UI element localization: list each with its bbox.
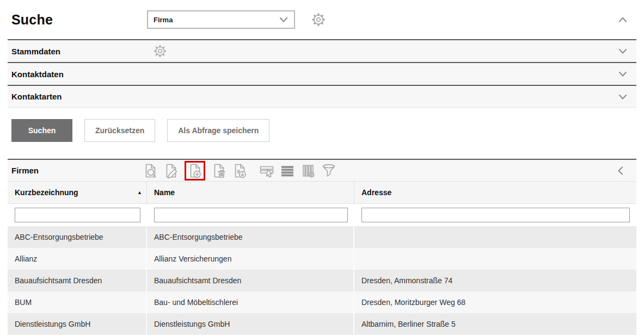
add-document-highlight — [185, 161, 205, 181]
filter-row — [8, 204, 636, 226]
results-bar: Firmen — [8, 159, 636, 182]
search-button[interactable]: Suchen — [11, 119, 72, 142]
filter-icon[interactable] — [321, 163, 337, 179]
section-kontaktarten[interactable]: Kontaktarten — [8, 85, 636, 108]
expand-kontaktarten-chevron-down-icon[interactable] — [616, 90, 630, 104]
search-header: Suche Firma — [8, 0, 636, 39]
add-document-icon[interactable] — [187, 163, 203, 179]
cell-adresse: Dresden, Moritzburger Weg 68 — [354, 291, 636, 313]
export-document-icon[interactable] — [231, 163, 248, 179]
table-body: ABC-Entsorgungsbetriebe ABC-Entsorgungsb… — [8, 226, 636, 335]
cell-adresse — [354, 248, 636, 270]
edit-document-icon[interactable] — [163, 163, 179, 179]
sort-ascending-icon: ▲ — [137, 190, 142, 195]
table-row[interactable]: ABC-Entsorgungsbetriebe ABC-Entsorgungsb… — [8, 226, 636, 248]
section-stammdaten-label: Stammdaten — [8, 47, 152, 56]
cell-kurzbezeichnung: Bauaufsichtsamt Dresden — [8, 270, 147, 291]
save-query-button[interactable]: Als Abfrage speichern — [167, 119, 269, 142]
page: Suche Firma Sta — [0, 0, 644, 335]
stammdaten-settings-gear-icon[interactable] — [152, 43, 168, 59]
action-buttons: Suchen Zurücksetzen Als Abfrage speicher… — [11, 119, 636, 142]
filter-input-adresse[interactable] — [361, 208, 630, 222]
cell-name: Bauaufsichtsamt Dresden — [147, 270, 354, 291]
column-header-name[interactable]: Name — [147, 182, 354, 203]
expand-stammdaten-chevron-down-icon[interactable] — [616, 44, 630, 58]
cell-kurzbezeichnung: BUM — [8, 291, 147, 313]
section-kontaktdaten-label: Kontaktdaten — [8, 70, 152, 79]
column-header-kurzbezeichnung[interactable]: Kurzbezeichnung ▲ — [8, 182, 147, 203]
page-title: Suche — [8, 12, 147, 28]
cell-adresse: Altbarnim, Berliner Straße 5 — [354, 313, 636, 335]
filter-input-name[interactable] — [154, 208, 348, 222]
table-row[interactable]: BUM Bau- und Möbeltischlerei Dresden, Mo… — [8, 291, 636, 313]
cell-name: Dienstleistungs GmbH — [147, 313, 354, 335]
filter-input-kurzbezeichnung[interactable] — [15, 208, 140, 222]
cell-kurzbezeichnung: Dienstleistungs GmbH — [8, 313, 147, 335]
column-header-adresse[interactable]: Adresse — [354, 182, 636, 203]
table-header: Kurzbezeichnung ▲ Name Adresse — [8, 182, 636, 204]
cell-adresse — [354, 226, 636, 248]
column-settings-icon[interactable] — [300, 163, 316, 179]
results-toolbar — [142, 161, 337, 181]
results-title: Firmen — [8, 166, 142, 175]
section-kontaktarten-label: Kontaktarten — [8, 92, 152, 101]
expand-kontaktdaten-chevron-down-icon[interactable] — [616, 67, 630, 81]
table-row[interactable]: Allianz Allianz Versicherungen — [8, 248, 636, 270]
delete-document-icon[interactable] — [211, 163, 227, 179]
row-layout-icon[interactable] — [279, 163, 296, 179]
search-settings-gear-icon[interactable] — [310, 11, 327, 28]
table-row[interactable]: Bauaufsichtsamt Dresden Bauaufsichtsamt … — [8, 270, 636, 291]
table-row[interactable]: Dienstleistungs GmbH Dienstleistungs Gmb… — [8, 313, 636, 335]
cell-name: Allianz Versicherungen — [147, 248, 354, 270]
entity-select-value: Firma — [154, 16, 173, 24]
section-kontaktdaten[interactable]: Kontaktdaten — [8, 62, 636, 85]
collapse-results-chevron-left-icon[interactable] — [614, 164, 628, 178]
cell-name: ABC-Entsorgungsbetriebe — [147, 226, 354, 248]
reset-button[interactable]: Zurücksetzen — [84, 119, 155, 142]
section-stammdaten[interactable]: Stammdaten — [8, 39, 636, 62]
cell-adresse: Dresden, Ammonstraße 74 — [354, 270, 636, 291]
cell-name: Bau- und Möbeltischlerei — [147, 291, 354, 313]
cell-kurzbezeichnung: Allianz — [8, 248, 147, 270]
select-row-icon[interactable] — [259, 163, 275, 179]
chevron-down-icon — [277, 13, 291, 27]
entity-select[interactable]: Firma — [147, 10, 295, 29]
collapse-search-chevron-up-icon[interactable] — [616, 13, 630, 27]
preview-document-icon[interactable] — [142, 163, 158, 179]
cell-kurzbezeichnung: ABC-Entsorgungsbetriebe — [8, 226, 147, 248]
